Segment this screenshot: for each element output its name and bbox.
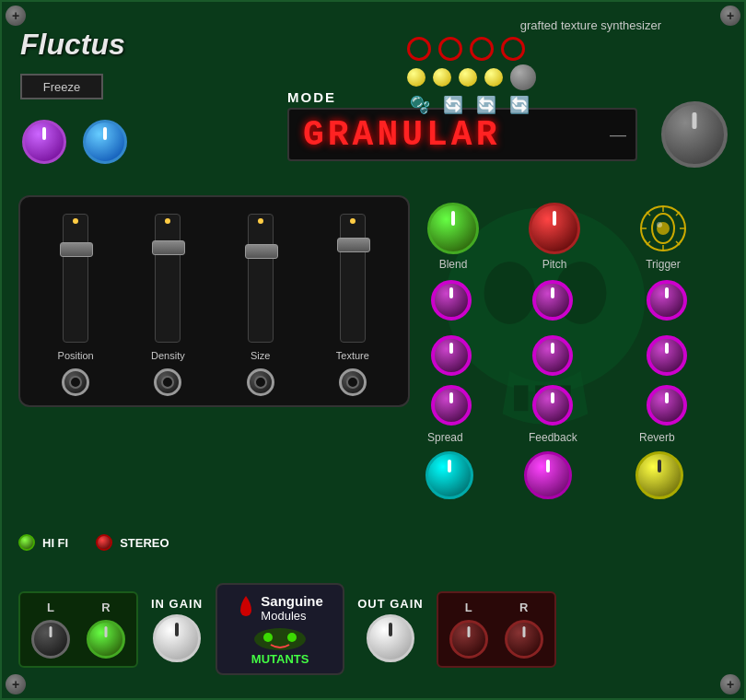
fader-led-texture <box>350 218 356 224</box>
label-spread: Spread <box>427 431 463 444</box>
fader-label-density: Density <box>151 350 185 361</box>
icon-mode2[interactable]: 🔄 <box>440 92 466 118</box>
fader-col-density: Density <box>131 214 204 396</box>
jack-density[interactable] <box>154 368 181 396</box>
led-row <box>407 64 536 90</box>
fader-thumb-position[interactable] <box>60 242 93 257</box>
fader-track-density[interactable] <box>155 214 181 343</box>
fader-track-texture[interactable] <box>340 214 366 343</box>
stereo-indicator: STEREO <box>96 534 169 551</box>
vu-left-l-label: L <box>47 601 54 614</box>
knob-blend[interactable] <box>427 203 479 254</box>
hifi-stereo-section: HI FI STEREO <box>18 534 169 551</box>
knob-purple-large[interactable] <box>22 120 66 164</box>
fader-label-size: Size <box>251 350 270 361</box>
screw-bottom-left <box>6 674 26 694</box>
screw-top-right <box>720 6 740 26</box>
mode-arrow-icon: — <box>610 125 626 145</box>
vu-right-r: R <box>505 601 543 659</box>
out-gain-label: OUT GAIN <box>357 597 424 611</box>
fader-led-density <box>165 218 170 224</box>
mode-display-text: GRANULAR <box>303 115 500 155</box>
label-reverb: Reverb <box>639 431 675 444</box>
fader-thumb-size[interactable] <box>245 244 278 259</box>
sanguine-logo[interactable]: Sanguine Modules MUTANTS <box>216 583 344 675</box>
app-subtitle: grafted texture synthesizer <box>520 18 661 32</box>
fader-track-position[interactable] <box>63 214 88 343</box>
ctrl-trigger-group: Trigger <box>637 203 689 271</box>
vu-right-l-label: L <box>465 601 472 614</box>
label-feedback: Feedback <box>529 431 577 444</box>
logo-line2: Modules <box>261 609 323 623</box>
transport-row <box>407 37 525 61</box>
ctrl-blend-group: Blend <box>427 203 479 271</box>
knob-pitch-cv2[interactable] <box>532 335 573 376</box>
knob-pitch-cv[interactable] <box>532 280 573 321</box>
transport-btn-2[interactable] <box>438 37 462 61</box>
fader-panel: Position Density Size <box>18 195 410 407</box>
knob-feedback-cv[interactable] <box>532 385 573 426</box>
knob-vu-left-l[interactable] <box>31 620 70 659</box>
knob-pitch[interactable] <box>529 203 580 254</box>
goblin-icon <box>248 626 312 652</box>
mode-button-large[interactable] <box>510 64 536 90</box>
knob-vu-right-r[interactable] <box>505 620 543 659</box>
led-3[interactable] <box>459 68 477 87</box>
knob-blue-large[interactable] <box>83 120 127 164</box>
main-panel: Fluctus grafted texture synthesizer Free… <box>0 0 746 700</box>
transport-btn-4[interactable] <box>501 37 525 61</box>
svg-point-1 <box>484 262 536 324</box>
knob-blend-cv2[interactable] <box>431 335 472 376</box>
logo-mutants: MUTANTS <box>251 652 309 666</box>
knob-spread-cv[interactable] <box>431 385 472 426</box>
fader-thumb-texture[interactable] <box>337 238 370 252</box>
vu-left-r: R <box>87 601 125 659</box>
knob-feedback-main[interactable] <box>524 451 572 499</box>
ctrl-pitch-group: Pitch <box>529 203 580 271</box>
knob-reverb-main[interactable] <box>635 451 683 499</box>
fader-col-size: Size <box>224 214 297 396</box>
label-pitch: Pitch <box>529 258 580 271</box>
master-knob[interactable] <box>661 101 728 168</box>
icon-drop[interactable]: 🫧 <box>407 92 433 118</box>
jack-texture[interactable] <box>339 368 367 396</box>
transport-btn-3[interactable] <box>470 37 494 61</box>
knob-spread-main[interactable] <box>425 451 473 499</box>
fader-led-position <box>73 218 78 224</box>
screw-top-left <box>6 6 26 26</box>
knob-trigger-cv2[interactable] <box>647 335 687 376</box>
knob-vu-right-l[interactable] <box>449 620 488 659</box>
svg-point-9 <box>657 222 662 228</box>
fader-col-texture: Texture <box>316 214 390 396</box>
icon-mode4[interactable]: 🔄 <box>507 92 532 118</box>
out-gain-section: OUT GAIN <box>357 597 424 662</box>
icon-mode3[interactable]: 🔄 <box>473 92 499 118</box>
led-4[interactable] <box>484 68 503 87</box>
icon-row-2: 🫧 🔄 🔄 🔄 <box>407 92 532 118</box>
knob-vu-left-r[interactable] <box>87 620 125 659</box>
jack-position[interactable] <box>62 368 89 396</box>
transport-btn-1[interactable] <box>407 37 431 61</box>
knob-out-gain[interactable] <box>367 614 414 662</box>
fader-thumb-density[interactable] <box>152 240 185 255</box>
led-1[interactable] <box>407 68 425 87</box>
stereo-label: STEREO <box>120 536 169 550</box>
fader-col-position: Position <box>39 214 112 396</box>
label-trigger: Trigger <box>637 258 689 271</box>
led-stereo[interactable] <box>96 534 112 551</box>
app-title: Fluctus <box>20 28 125 62</box>
eye-trigger-icon[interactable] <box>637 203 689 254</box>
led-2[interactable] <box>433 68 451 87</box>
vu-left-r-label: R <box>101 601 110 614</box>
freeze-button[interactable]: Freeze <box>20 74 103 99</box>
vu-right-r-label: R <box>519 601 528 614</box>
knob-blend-cv[interactable] <box>431 280 472 321</box>
jack-size[interactable] <box>247 368 274 396</box>
knob-reverb-cv[interactable] <box>647 385 687 426</box>
knob-in-gain[interactable] <box>153 614 201 662</box>
led-hifi[interactable] <box>18 534 35 551</box>
hifi-indicator: HI FI <box>18 534 68 551</box>
fader-track-size[interactable] <box>248 214 274 343</box>
svg-rect-3 <box>514 385 528 411</box>
knob-trigger-cv[interactable] <box>647 280 687 321</box>
